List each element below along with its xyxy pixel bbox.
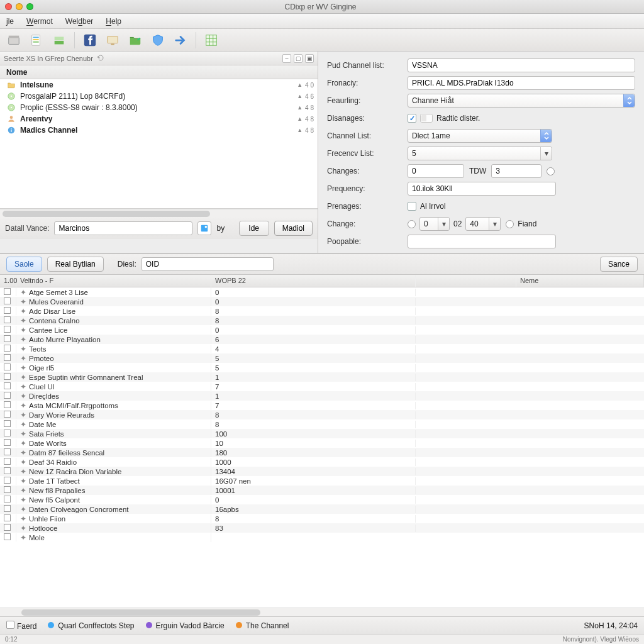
col-index[interactable]: 1.00 bbox=[0, 275, 16, 287]
arrow-right-icon[interactable] bbox=[172, 31, 189, 49]
table-row[interactable]: ✦Deaf 34 Raidio1000 bbox=[0, 457, 644, 467]
screen-icon[interactable] bbox=[104, 31, 121, 49]
channel-list-select[interactable]: Dlect 1ame bbox=[408, 129, 552, 143]
row-checkbox[interactable] bbox=[4, 392, 11, 399]
facebook-icon[interactable] bbox=[81, 31, 99, 49]
minimize-window-icon[interactable] bbox=[16, 3, 23, 10]
col-neme[interactable]: Neme bbox=[516, 275, 644, 287]
row-checkbox[interactable] bbox=[4, 401, 11, 408]
table-row[interactable]: ✦Mole bbox=[0, 533, 644, 542]
table-row[interactable]: ✦Atge Semet 3 Lise0 bbox=[0, 287, 644, 297]
row-checkbox[interactable] bbox=[4, 364, 11, 370]
name-list-item[interactable]: ProsgalalP 2111) Lop 84CRFd)▲4 6 bbox=[0, 91, 318, 102]
table-row[interactable]: ✦Daten Crolveagon Concroment16apbs bbox=[0, 504, 644, 514]
row-checkbox[interactable] bbox=[4, 505, 11, 512]
row-checkbox[interactable] bbox=[4, 420, 11, 427]
refresh-icon[interactable] bbox=[97, 54, 104, 63]
row-checkbox[interactable] bbox=[4, 335, 11, 342]
row-checkbox[interactable] bbox=[4, 448, 11, 455]
row-checkbox[interactable] bbox=[4, 307, 11, 314]
table-row[interactable]: ✦Cluel Ul7 bbox=[0, 382, 644, 391]
box-icon[interactable] bbox=[5, 31, 23, 49]
table-row[interactable]: ✦Teots4 bbox=[0, 344, 644, 353]
table-header[interactable]: 1.00 Veltndo - F WOPB 22 Neme bbox=[0, 275, 644, 287]
changes-b-input[interactable] bbox=[491, 164, 541, 178]
disanages-checkbox[interactable] bbox=[408, 114, 416, 123]
table-row[interactable]: ✦Auto Murre Playaation6 bbox=[0, 335, 644, 344]
change-radio-b[interactable] bbox=[506, 220, 514, 228]
table-row[interactable]: ✦New fl8 Prapalies10001 bbox=[0, 486, 644, 495]
table-row[interactable]: ✦Contena Cralno8 bbox=[0, 316, 644, 325]
saole-button[interactable]: Saole bbox=[6, 257, 42, 272]
frequency-input[interactable] bbox=[408, 182, 556, 196]
change-radio-a[interactable] bbox=[408, 220, 416, 228]
changes-radio[interactable] bbox=[547, 167, 555, 175]
table-row[interactable]: ✦Unhle Fiion8 bbox=[0, 514, 644, 523]
row-checkbox[interactable] bbox=[4, 345, 11, 352]
panel-restore-icon[interactable]: ▢ bbox=[294, 54, 303, 63]
fronacy-input[interactable] bbox=[408, 76, 635, 90]
name-list-header[interactable]: Nome bbox=[0, 65, 318, 79]
sheet-icon[interactable] bbox=[28, 31, 45, 49]
close-window-icon[interactable] bbox=[5, 3, 12, 10]
change-b-select[interactable]: 40▾ bbox=[465, 217, 501, 231]
detail-color-icon[interactable] bbox=[197, 221, 211, 235]
table-row[interactable]: ✦Mules Oveeranid0 bbox=[0, 297, 644, 306]
name-list-item[interactable]: Madics Channel▲4 8 bbox=[0, 125, 318, 136]
status-faerd[interactable]: Faerd bbox=[6, 621, 36, 631]
row-checkbox[interactable] bbox=[4, 382, 11, 389]
real-button[interactable]: Real Bytlian bbox=[47, 257, 104, 272]
change-a-select[interactable]: 0▾ bbox=[419, 217, 450, 231]
name-list-item[interactable]: Intelsune▲4 0 bbox=[0, 79, 318, 91]
toggle-icon[interactable] bbox=[420, 114, 433, 123]
madiol-button[interactable]: Madiol bbox=[274, 221, 313, 236]
row-checkbox[interactable] bbox=[4, 430, 11, 436]
row-checkbox[interactable] bbox=[4, 514, 11, 521]
diesl-input[interactable] bbox=[142, 257, 274, 271]
row-checkbox[interactable] bbox=[4, 467, 11, 474]
name-list-hscroll[interactable] bbox=[0, 209, 318, 218]
table-row[interactable]: ✦New 1Z Racira Dion Variable13404 bbox=[0, 467, 644, 476]
row-checkbox[interactable] bbox=[4, 524, 11, 531]
status-quarl[interactable]: Quarl Conffectots Step bbox=[48, 621, 134, 630]
col-blank[interactable] bbox=[416, 275, 516, 287]
row-checkbox[interactable] bbox=[4, 411, 11, 418]
name-list-item[interactable]: Areentvy▲4 8 bbox=[0, 113, 318, 125]
table-hscroll[interactable] bbox=[0, 608, 644, 616]
row-checkbox[interactable] bbox=[4, 288, 11, 295]
row-checkbox[interactable] bbox=[4, 477, 11, 484]
table-row[interactable]: ✦Date Me8 bbox=[0, 419, 644, 429]
name-list[interactable]: Intelsune▲4 0ProsgalalP 2111) Lop 84CRFd… bbox=[0, 79, 318, 209]
row-checkbox[interactable] bbox=[4, 297, 11, 304]
freqlist-select[interactable]: 5 ▾ bbox=[408, 147, 552, 160]
table-row[interactable]: ✦Adc Disar Lise8 bbox=[0, 306, 644, 316]
ide-button[interactable]: Ide bbox=[239, 221, 269, 236]
poopable-input[interactable] bbox=[408, 235, 556, 248]
status-channel[interactable]: The Channel bbox=[236, 621, 289, 630]
panel-minimize-icon[interactable]: – bbox=[282, 54, 291, 63]
table-row[interactable]: ✦Date Worlts10 bbox=[0, 438, 644, 448]
table-row[interactable]: ✦Oige rl55 bbox=[0, 363, 644, 372]
table-row[interactable]: ✦Sata Friets100 bbox=[0, 429, 644, 438]
row-checkbox[interactable] bbox=[4, 458, 11, 465]
row-checkbox[interactable] bbox=[4, 496, 11, 502]
table-row[interactable]: ✦Date 1T Tatbect16G07 nen bbox=[0, 476, 644, 486]
row-checkbox[interactable] bbox=[4, 439, 11, 446]
status-erguin[interactable]: Erguin Vadod Bàrcie bbox=[146, 621, 225, 630]
grid-icon[interactable] bbox=[203, 31, 220, 49]
table-row[interactable]: ✦New fl5 Calpont0 bbox=[0, 495, 644, 504]
table-row[interactable]: ✦Cantee Lice0 bbox=[0, 325, 644, 335]
feaurling-select[interactable]: Channe Hiåt bbox=[408, 94, 635, 108]
changes-a-input[interactable] bbox=[408, 164, 464, 178]
shield-icon[interactable] bbox=[149, 31, 167, 49]
col-wopb[interactable]: WOPB 22 bbox=[211, 275, 416, 287]
name-list-item[interactable]: Proplic (ESSS-S8 cwair : 8.3.8000)▲4 8 bbox=[0, 102, 318, 113]
row-checkbox[interactable] bbox=[4, 486, 11, 493]
table-row[interactable]: ✦Datm 87 fieiless Sencal180 bbox=[0, 448, 644, 457]
menu-help[interactable]: Help bbox=[103, 16, 124, 27]
sance-button[interactable]: Sance bbox=[600, 257, 638, 272]
table-row[interactable]: ✦Espe Suptin whtir Gomnanent Treal1 bbox=[0, 372, 644, 382]
pud-channel-input[interactable] bbox=[408, 58, 635, 72]
menu-file[interactable]: jle bbox=[4, 16, 16, 27]
table-row[interactable]: ✦Direçldes1 bbox=[0, 391, 644, 401]
